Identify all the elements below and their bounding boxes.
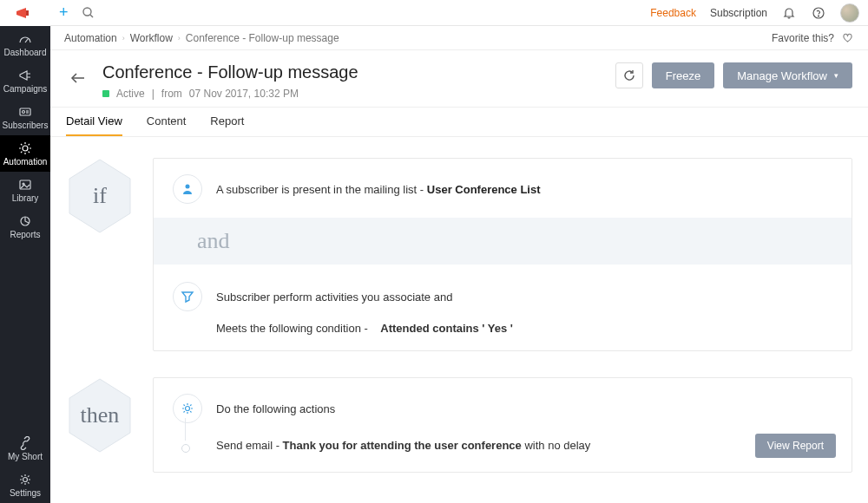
nav-settings[interactable]: Settings [0,467,50,503]
nav-subscribers[interactable]: Subscribers [0,99,50,135]
workflow-canvas: if A subscriber is present in the mailin… [50,137,868,503]
action-icon-container [173,394,202,423]
user-avatar[interactable] [840,3,859,23]
bell-icon [782,6,796,20]
search-icon [82,6,95,19]
page-header: Conference - Follow-up message Active | … [50,50,868,108]
crumb-current: Conference - Follow-up message [186,32,339,44]
notifications-button[interactable] [781,5,797,21]
nav-label: Library [12,193,39,203]
svg-point-10 [23,477,28,481]
freeze-button[interactable]: Freeze [652,62,714,88]
meta-sep: | [152,88,155,100]
funnel-icon [181,290,194,304]
topbar: + Feedback Subscription [50,0,868,26]
svg-point-6 [23,146,28,151]
nav-label: Reports [10,230,40,239]
favorite-button[interactable] [841,31,854,44]
manage-workflow-button[interactable]: Manage Workflow ▾ [723,62,852,88]
condition-expr: Attended contains ' Yes ' [380,322,513,335]
nav-myshort[interactable]: My Short [0,430,50,467]
nav-library[interactable]: Library [0,172,50,208]
svg-rect-0 [26,10,29,16]
gauge-icon [18,32,32,46]
link-icon [18,436,32,450]
card-icon [18,105,32,119]
svg-line-12 [90,15,93,17]
action-step: Send email - Thank you for attending the… [216,439,832,452]
help-icon [812,6,825,20]
trigger-list-name: User Conference List [427,183,541,196]
svg-point-17 [186,185,190,189]
action-title: Do the following actions [216,402,335,415]
tab-report[interactable]: Report [210,108,244,136]
svg-point-14 [819,16,819,16]
subscriber-icon-container [173,174,202,204]
action-email-name: Thank you for attending the user confere… [283,439,522,452]
btn-label: Manage Workflow [737,69,827,82]
svg-line-1 [25,39,28,42]
nav-dashboard[interactable]: Dashboard [0,26,50,62]
tab-detail-view[interactable]: Detail View [66,108,122,136]
nav-label: Settings [10,488,41,498]
nav-automation[interactable]: Automation [0,135,50,172]
crumb-sep: › [122,34,125,42]
person-icon [181,182,194,196]
then-label: then [81,402,120,428]
feedback-link[interactable]: Feedback [650,7,696,19]
crumb-automation[interactable]: Automation [64,32,117,44]
gear-icon [18,473,32,487]
and-band: and [154,218,852,265]
heart-icon [841,31,854,44]
status-indicator [102,90,109,97]
then-hexagon: then [66,377,134,454]
megaphone-icon [18,69,32,82]
megaphone-icon [16,6,35,20]
pie-icon [18,214,32,228]
btn-label: Freeze [666,69,700,82]
refresh-button[interactable] [615,62,643,88]
svg-point-19 [186,407,190,411]
arrow-left-icon [70,72,86,84]
then-block: then Do the following actions Send email… [66,377,852,473]
view-report-button[interactable]: View Report [755,434,836,458]
trigger-row: A subscriber is present in the mailing l… [173,174,832,204]
sidebar: Dashboard Campaigns Subscribers Automati… [0,0,50,503]
search-button[interactable] [81,5,96,21]
nav-label: Subscribers [3,121,49,130]
and-label: and [197,228,230,254]
if-card: A subscriber is present in the mailing l… [153,158,852,351]
nav-label: My Short [8,452,43,461]
svg-point-3 [23,110,25,113]
from-value: 07 Nov 2017, 10:32 PM [189,88,299,100]
tabs: Detail View Content Report [50,108,868,137]
favorite-label[interactable]: Favorite this? [772,32,834,44]
nav-label: Dashboard [4,48,47,57]
trigger-text: A subscriber is present in the mailing l… [216,183,541,196]
condition-title: Subscriber perform activities you associ… [216,291,452,304]
gear-icon [181,402,194,415]
btn-label: View Report [767,440,824,452]
add-button[interactable]: + [59,3,69,22]
tab-content[interactable]: Content [147,108,187,136]
app-logo[interactable] [0,0,50,26]
action-suffix: with no delay [522,439,591,452]
condition-pre: Meets the following condition - [216,322,371,335]
nav-reports[interactable]: Reports [0,208,50,245]
back-button[interactable] [66,66,90,90]
if-block: if A subscriber is present in the mailin… [66,158,852,351]
if-hexagon: if [66,158,134,234]
crumb-sep: › [178,34,181,42]
image-icon [18,178,32,192]
subscription-link[interactable]: Subscription [710,7,767,19]
trigger-pre: A subscriber is present in the mailing l… [216,183,427,196]
nav-campaigns[interactable]: Campaigns [0,62,50,99]
gear-icon [18,141,32,155]
filter-icon-container [173,282,202,311]
status-text: Active [116,88,145,100]
help-button[interactable] [811,5,826,21]
nav-label: Automation [3,157,48,167]
crumb-workflow[interactable]: Workflow [130,32,173,44]
condition-detail: Meets the following condition - Attended… [216,322,832,335]
chevron-down-icon: ▾ [834,71,838,80]
